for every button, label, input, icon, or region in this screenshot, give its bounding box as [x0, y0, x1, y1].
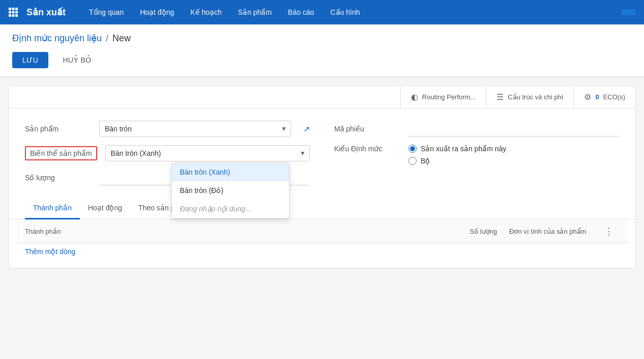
user-button[interactable]	[622, 9, 636, 15]
form-left: Sản phẩm Bàn tròn ▼ ↗ Biến thể sản phẩm …	[25, 121, 310, 185]
main-card: ◐ Routing Perform... ☰ Cấu trúc và chi p…	[8, 86, 636, 268]
variant-select[interactable]: Bàn tròn (Xanh) Bàn tròn (Đỏ)	[105, 145, 310, 161]
tabs-bar: Thành phần Hoạt động Theo sản phẩm Khác	[9, 198, 635, 219]
eco-count: 0	[595, 93, 599, 101]
clock-icon: ◐	[411, 92, 418, 102]
nav-item-sanpham[interactable]: Sản phẩm	[231, 5, 279, 19]
ma-phieu-wrap	[408, 121, 619, 136]
grid-icon[interactable]	[8, 7, 18, 17]
svg-rect-4	[12, 11, 15, 14]
nav-items: Tổng quan Hoạt động Kế hoạch Sản phẩm Bá…	[82, 5, 618, 19]
tab-hoat-dong[interactable]: Hoạt động	[80, 198, 130, 219]
th-quantity: Số lượng	[436, 228, 497, 235]
product-external-link-icon[interactable]: ↗	[303, 124, 310, 134]
product-select-wrap: Bàn tròn ▼	[99, 121, 291, 137]
routing-toolbar-item[interactable]: ◐ Routing Perform...	[400, 86, 486, 108]
structure-toolbar-item[interactable]: ☰ Cấu trúc và chi phí	[486, 86, 573, 108]
card-toolbar: ◐ Routing Perform... ☰ Cấu trúc và chi p…	[9, 86, 635, 108]
svg-rect-0	[9, 8, 11, 10]
svg-rect-6	[9, 14, 11, 17]
dropdown-option-do[interactable]: Bàn tròn (Đỏ)	[172, 181, 289, 200]
form-right: Mã phiếu Kiểu Định mức Sản xuất ra sản p…	[334, 121, 619, 185]
breadcrumb-separator: /	[106, 33, 108, 44]
table-header: Thành phần Số lượng Đơn vị tính của sản …	[17, 219, 627, 243]
breadcrumb-current: New	[112, 33, 131, 44]
list-icon: ☰	[496, 92, 504, 102]
gear-icon: ⚙	[584, 92, 591, 102]
radio-option2[interactable]	[408, 157, 417, 165]
th-actions: ⋮	[599, 226, 619, 237]
radio-label-option2: Bộ	[421, 157, 430, 165]
dropdown-placeholder: Đang nhập nội dung...	[172, 200, 289, 218]
svg-rect-1	[12, 8, 15, 10]
svg-rect-7	[12, 14, 15, 17]
radio-label-option1: Sản xuất ra sản phẩm này	[421, 145, 506, 153]
variant-select-wrap: Bàn tròn (Xanh) Bàn tròn (Đỏ) ▼ Bàn tròn…	[105, 145, 310, 161]
nav-item-baocao[interactable]: Báo cáo	[281, 5, 321, 19]
svg-rect-8	[15, 14, 18, 17]
svg-rect-2	[15, 8, 18, 10]
th-unit: Đơn vị tính của sản phẩm	[497, 228, 599, 235]
app-brand: Sản xuất	[26, 7, 66, 18]
ma-phieu-row: Mã phiếu	[334, 121, 619, 136]
radio-row-option1[interactable]: Sản xuất ra sản phẩm này	[408, 145, 506, 153]
add-row-link[interactable]: Thêm một dòng	[25, 243, 75, 260]
nav-item-hoatdong[interactable]: Hoạt động	[133, 5, 181, 19]
quantity-label: Số lượng	[25, 174, 91, 182]
routing-label: Routing Perform...	[422, 93, 476, 101]
tab-thanh-phan[interactable]: Thành phần	[25, 198, 80, 219]
nav-right	[622, 9, 636, 15]
eco-toolbar-item[interactable]: ⚙ 0 ECO(s)	[573, 86, 635, 108]
column-options-icon[interactable]: ⋮	[604, 226, 613, 237]
table-body: Thêm một dòng	[17, 243, 627, 260]
structure-label: Cấu trúc và chi phí	[508, 93, 563, 101]
ma-phieu-label: Mã phiếu	[334, 125, 400, 133]
th-component: Thành phần	[25, 228, 436, 235]
svg-rect-5	[15, 11, 18, 14]
kieu-dinh-muc-label: Kiểu Định mức	[334, 145, 400, 153]
variant-label: Biến thể sản phẩm	[25, 146, 97, 160]
table-area: Thành phần Số lượng Đơn vị tính của sản …	[9, 219, 635, 268]
nav-item-cauhinh[interactable]: Cấu hình	[323, 5, 367, 19]
ma-phieu-input[interactable]	[408, 121, 619, 136]
radio-option1[interactable]	[408, 145, 417, 153]
top-navigation: Sản xuất Tổng quan Hoạt động Kế hoạch Sả…	[0, 0, 644, 24]
cancel-button[interactable]: HUỶ BỎ	[54, 52, 99, 68]
dropdown-option-xanh[interactable]: Bàn tròn (Xanh)	[172, 163, 289, 181]
eco-label: ECO(s)	[603, 93, 625, 101]
nav-item-kehoach[interactable]: Kế hoạch	[183, 5, 229, 19]
svg-rect-3	[9, 11, 11, 14]
product-select[interactable]: Bàn tròn	[99, 121, 291, 137]
save-button[interactable]: LƯU	[12, 52, 48, 68]
product-row: Sản phẩm Bàn tròn ▼ ↗	[25, 121, 310, 137]
action-bar: LƯU HUỶ BỎ	[0, 48, 644, 77]
kieu-dinh-muc-radio-group: Sản xuất ra sản phẩm này Bộ	[408, 145, 506, 165]
kieu-dinh-muc-row: Kiểu Định mức Sản xuất ra sản phẩm này B…	[334, 145, 619, 165]
variant-dropdown: Bàn tròn (Xanh) Bàn tròn (Đỏ) Đang nhập …	[171, 162, 289, 218]
form-area: Sản phẩm Bàn tròn ▼ ↗ Biến thể sản phẩm …	[9, 108, 635, 198]
nav-item-tongquan[interactable]: Tổng quan	[82, 5, 131, 19]
breadcrumb: Định mức nguyên liệu / New	[0, 24, 644, 48]
variant-row: Biến thể sản phẩm Bàn tròn (Xanh) Bàn tr…	[25, 145, 310, 161]
radio-row-option2[interactable]: Bộ	[408, 157, 506, 165]
product-label: Sản phẩm	[25, 125, 91, 133]
breadcrumb-parent[interactable]: Định mức nguyên liệu	[12, 33, 102, 44]
